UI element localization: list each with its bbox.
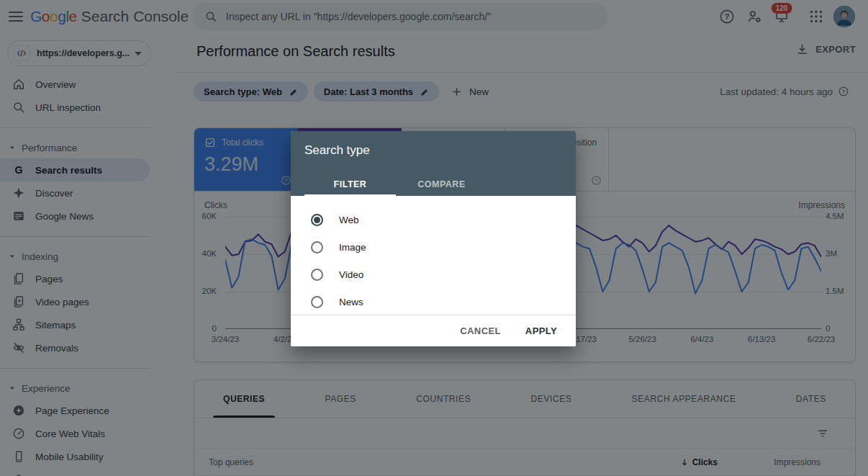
google-search-console-app: Google Search Console ? 120 xyxy=(0,0,868,476)
radio-unchecked-icon xyxy=(311,296,323,308)
apply-button[interactable]: APPLY xyxy=(520,321,563,341)
dialog-options: WebImageVideoNews xyxy=(291,196,576,315)
dialog-tab-compare[interactable]: COMPARE xyxy=(396,172,487,196)
radio-checked-icon xyxy=(311,214,323,226)
search-type-option-image[interactable]: Image xyxy=(311,233,576,261)
radio-unchecked-icon xyxy=(311,241,323,253)
search-type-dialog: Search type FILTERCOMPARE WebImageVideoN… xyxy=(291,131,576,346)
dialog-tabs: FILTERCOMPARE xyxy=(304,172,487,196)
search-type-option-video[interactable]: Video xyxy=(311,261,576,288)
search-type-option-news[interactable]: News xyxy=(311,288,576,315)
radio-unchecked-icon xyxy=(311,269,323,281)
dialog-header: Search type FILTERCOMPARE xyxy=(291,131,576,196)
dialog-footer: CANCEL APPLY xyxy=(291,315,576,346)
dialog-title: Search type xyxy=(304,143,370,158)
search-type-option-web[interactable]: Web xyxy=(311,206,576,233)
dialog-tab-filter[interactable]: FILTER xyxy=(304,172,396,196)
cancel-button[interactable]: CANCEL xyxy=(454,321,507,341)
